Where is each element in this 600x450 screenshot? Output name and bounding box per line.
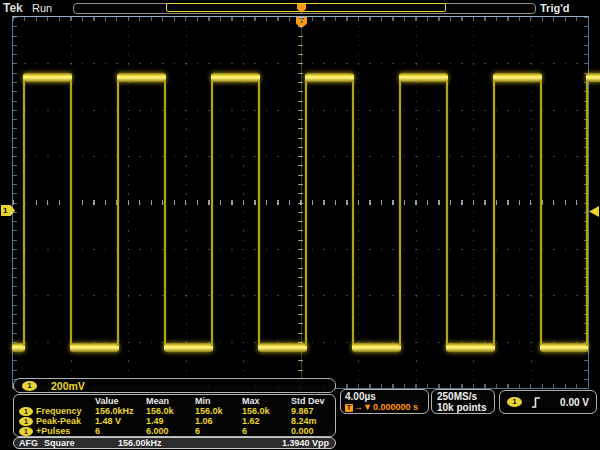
- graticule-line: [584, 17, 588, 388]
- graticule-line: [301, 17, 302, 388]
- oscilloscope-screen: Tek Run Trig'd T 1 1 200mV ValueMeanMinM…: [0, 0, 600, 450]
- graticule: [12, 16, 589, 389]
- measurement-header: Max: [242, 396, 291, 406]
- tek-logo: Tek: [3, 1, 23, 15]
- measurement-table: ValueMeanMinMaxStd Dev1Frequency156.0kHz…: [13, 394, 336, 437]
- trigger-source-badge: 1: [507, 397, 522, 407]
- measurement-stddev: 0.000: [291, 426, 330, 436]
- graticule-line: [13, 17, 588, 21]
- measurement-channel-badge: 1: [19, 427, 33, 436]
- measurement-name: Peak-Peak: [36, 416, 81, 426]
- measurement-label: 1Frequency: [19, 406, 95, 416]
- acquisition-box[interactable]: 250MS/s 10k points: [431, 389, 495, 414]
- measurement-header: Min: [195, 396, 242, 406]
- afg-frequency: 156.00kHz: [118, 438, 162, 448]
- sample-rate: 250MS/s: [437, 391, 489, 402]
- record-view-bar[interactable]: [73, 3, 536, 14]
- measurement-stddev: 8.24m: [291, 416, 330, 426]
- run-status: Run: [32, 2, 52, 14]
- measurement-label: 1+Pulses: [19, 426, 95, 436]
- channel1-scale: 200mV: [51, 380, 85, 392]
- channel1-badge: 1: [22, 381, 37, 391]
- timebase-scale: 4.00µs: [345, 391, 424, 402]
- trigger-level-arrow[interactable]: [589, 206, 599, 217]
- measurement-corner: [19, 396, 95, 406]
- measurement-value: 6: [95, 426, 146, 436]
- measurement-value: 1.48 V: [95, 416, 146, 426]
- rising-edge-icon: [531, 396, 541, 409]
- trigger-box[interactable]: 1 0.00 V: [499, 390, 597, 414]
- measurement-name: Frequency: [36, 406, 82, 416]
- delay-prefix-icon: →▼: [354, 402, 372, 413]
- measurement-name: +Pulses: [36, 426, 70, 436]
- zoom-window-bracket[interactable]: [166, 3, 446, 12]
- measurement-label: 1Peak-Peak: [19, 416, 95, 426]
- measurement-max: 1.62: [242, 416, 291, 426]
- measurement-header: Mean: [146, 396, 195, 406]
- measurement-min: 156.0k: [195, 406, 242, 416]
- measurement-channel-badge: 1: [19, 407, 33, 416]
- record-length: 10k points: [437, 402, 489, 413]
- measurement-stddev: 9.867: [291, 406, 330, 416]
- measurement-value: 156.0kHz: [95, 406, 146, 416]
- measurement-header: Std Dev: [291, 396, 330, 406]
- measurement-channel-badge: 1: [19, 417, 33, 426]
- measurement-mean: 1.49: [146, 416, 195, 426]
- measurement-header: Value: [95, 396, 146, 406]
- afg-status-bar[interactable]: AFG Square 156.00kHz 1.3940 Vpp: [13, 437, 336, 449]
- channel1-readout-box[interactable]: 1 200mV: [13, 378, 336, 393]
- measurement-mean: 156.0k: [146, 406, 195, 416]
- measurement-min: 6: [195, 426, 242, 436]
- measurement-max: 156.0k: [242, 406, 291, 416]
- measurement-max: 6: [242, 426, 291, 436]
- measurement-mean: 6.000: [146, 426, 195, 436]
- afg-amplitude: 1.3940 Vpp: [282, 438, 329, 448]
- measurement-min: 1.06: [195, 416, 242, 426]
- afg-source: AFG: [19, 438, 38, 448]
- graticule-line: [13, 17, 17, 388]
- timebase-delay: 0.000000 s: [373, 402, 418, 413]
- trigger-level-value: 0.00 V: [560, 397, 589, 408]
- afg-shape: Square: [44, 438, 75, 448]
- trigger-t-icon: T: [345, 404, 353, 412]
- trigger-status: Trig'd: [540, 2, 570, 14]
- timebase-box[interactable]: 4.00µs T→▼0.000000 s: [340, 389, 429, 414]
